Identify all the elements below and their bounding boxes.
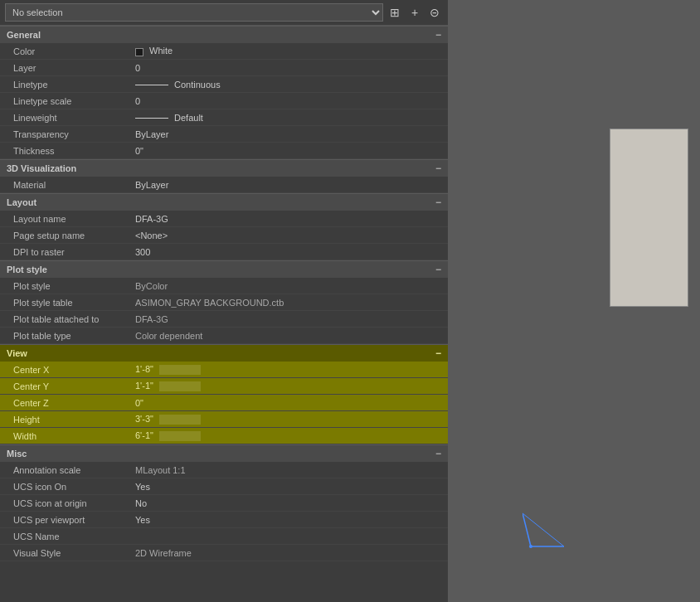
- section-layout-label: Layout: [7, 197, 36, 207]
- prop-ucs-icon-origin[interactable]: UCS icon at origin No: [0, 495, 448, 512]
- view-properties: Center X 1'-8" Center Y 1'-1" Center Z 0…: [0, 362, 448, 444]
- prop-height-value: 3'-3": [129, 414, 448, 425]
- section-plotstyle-collapse[interactable]: −: [435, 264, 441, 275]
- prop-linetype[interactable]: Linetype Continuous: [0, 76, 448, 93]
- svg-line-0: [523, 513, 531, 546]
- prop-plot-table-attached-value: DFA-3G: [129, 314, 448, 324]
- add-icon[interactable]: +: [406, 4, 423, 21]
- center-y-indicator: [159, 381, 201, 391]
- prop-lineweight-value: Default: [129, 113, 448, 123]
- prop-visual-style-value: 2D Wireframe: [129, 548, 448, 558]
- prop-ucs-per-viewport[interactable]: UCS per viewport Yes: [0, 512, 448, 528]
- prop-transparency-label: Transparency: [0, 129, 129, 139]
- section-view-collapse[interactable]: −: [435, 347, 441, 359]
- prop-thickness[interactable]: Thickness 0": [0, 143, 448, 159]
- prop-annotation-scale[interactable]: Annotation scale MLayout 1:1: [0, 462, 448, 478]
- prop-linetype-value: Continuous: [129, 80, 448, 90]
- section-misc-collapse[interactable]: −: [435, 448, 441, 459]
- section-layout-collapse[interactable]: −: [435, 197, 441, 208]
- prop-layer-label: Layer: [0, 63, 129, 73]
- prop-ucs-icon-origin-value: No: [129, 498, 448, 508]
- svg-point-3: [529, 545, 532, 548]
- prop-ucs-per-viewport-label: UCS per viewport: [0, 515, 129, 525]
- svg-line-2: [523, 513, 564, 546]
- canvas-panel: [448, 0, 700, 602]
- prop-plot-style-label: Plot style: [0, 281, 129, 291]
- prop-layout-name[interactable]: Layout name DFA-3G: [0, 211, 448, 227]
- prop-linetype-scale-label: Linetype scale: [0, 96, 129, 106]
- prop-lineweight-label: Lineweight: [0, 113, 129, 123]
- prop-ucs-name-label: UCS Name: [0, 532, 129, 541]
- paper-area: [610, 129, 688, 307]
- prop-visual-style-label: Visual Style: [0, 548, 129, 558]
- prop-lineweight[interactable]: Lineweight Default: [0, 109, 448, 126]
- width-indicator: [159, 431, 201, 441]
- prop-ucs-name[interactable]: UCS Name: [0, 528, 448, 545]
- properties-scroll: General − Color White Layer 0 Linetype C…: [0, 26, 448, 602]
- prop-plot-style[interactable]: Plot style ByColor: [0, 278, 448, 294]
- prop-color[interactable]: Color White: [0, 43, 448, 60]
- prop-center-y[interactable]: Center Y 1'-1": [0, 378, 448, 395]
- prop-plot-style-table[interactable]: Plot style table ASIMON_GRAY BACKGROUND.…: [0, 294, 448, 311]
- section-3dvis-label: 3D Visualization: [7, 163, 76, 173]
- prop-color-label: Color: [0, 46, 129, 56]
- prop-transparency[interactable]: Transparency ByLayer: [0, 126, 448, 143]
- prop-layer-value: 0: [129, 63, 448, 73]
- linetype-line: [135, 85, 168, 85]
- prop-linetype-scale-value: 0: [129, 96, 448, 106]
- center-x-indicator: [159, 365, 201, 375]
- section-general-label: General: [7, 30, 41, 40]
- prop-page-setup[interactable]: Page setup name <None>: [0, 227, 448, 244]
- toggle-icon[interactable]: ⊞: [386, 4, 403, 21]
- prop-dpi-value: 300: [129, 247, 448, 257]
- section-layout[interactable]: Layout −: [0, 193, 448, 211]
- section-misc-label: Misc: [7, 449, 27, 459]
- properties-panel: No selection ⊞ + ⊝ General − Color White…: [0, 0, 448, 602]
- color-swatch-black: [135, 48, 143, 56]
- prop-plot-style-table-label: Plot style table: [0, 298, 129, 308]
- prop-visual-style[interactable]: Visual Style 2D Wireframe: [0, 545, 448, 561]
- prop-plot-table-type[interactable]: Plot table type Color dependent: [0, 328, 448, 344]
- prop-layout-name-label: Layout name: [0, 214, 129, 224]
- top-bar: No selection ⊞ + ⊝: [0, 0, 448, 26]
- prop-plot-style-value: ByColor: [129, 281, 448, 291]
- prop-center-x-label: Center X: [0, 365, 129, 375]
- section-view-label: View: [7, 348, 27, 358]
- prop-dpi-label: DPI to raster: [0, 247, 129, 257]
- prop-center-z-value: 0": [129, 398, 448, 408]
- quick-select-icon[interactable]: ⊝: [426, 4, 443, 21]
- prop-height-label: Height: [0, 415, 129, 425]
- section-plotstyle[interactable]: Plot style −: [0, 260, 448, 278]
- section-3dvis-collapse[interactable]: −: [435, 163, 441, 174]
- ucs-icon: [523, 509, 564, 556]
- prop-annotation-scale-label: Annotation scale: [0, 465, 129, 475]
- prop-width[interactable]: Width 6'-1": [0, 428, 448, 444]
- prop-page-setup-label: Page setup name: [0, 231, 129, 240]
- prop-width-value: 6'-1": [129, 430, 448, 441]
- prop-linetype-scale[interactable]: Linetype scale 0: [0, 93, 448, 109]
- selection-dropdown[interactable]: No selection: [5, 3, 383, 22]
- prop-plot-table-type-label: Plot table type: [0, 331, 129, 341]
- prop-material-value: ByLayer: [129, 180, 448, 190]
- prop-layer[interactable]: Layer 0: [0, 60, 448, 76]
- section-view[interactable]: View −: [0, 344, 448, 362]
- prop-material[interactable]: Material ByLayer: [0, 177, 448, 193]
- section-misc[interactable]: Misc −: [0, 444, 448, 462]
- prop-width-label: Width: [0, 431, 129, 441]
- prop-height[interactable]: Height 3'-3": [0, 411, 448, 428]
- section-general[interactable]: General −: [0, 26, 448, 43]
- section-3dvis[interactable]: 3D Visualization −: [0, 159, 448, 177]
- prop-plot-table-type-value: Color dependent: [129, 331, 448, 341]
- prop-center-x[interactable]: Center X 1'-8": [0, 362, 448, 378]
- prop-center-x-value: 1'-8": [129, 364, 448, 375]
- prop-center-z[interactable]: Center Z 0": [0, 395, 448, 411]
- prop-plot-table-attached-label: Plot table attached to: [0, 314, 129, 324]
- prop-center-z-label: Center Z: [0, 398, 129, 408]
- prop-ucs-icon-on[interactable]: UCS icon On Yes: [0, 478, 448, 495]
- section-general-collapse[interactable]: −: [435, 29, 441, 41]
- prop-thickness-value: 0": [129, 146, 448, 156]
- prop-dpi[interactable]: DPI to raster 300: [0, 244, 448, 260]
- prop-ucs-icon-on-value: Yes: [129, 482, 448, 492]
- prop-plot-table-attached[interactable]: Plot table attached to DFA-3G: [0, 311, 448, 328]
- lineweight-line: [135, 118, 168, 119]
